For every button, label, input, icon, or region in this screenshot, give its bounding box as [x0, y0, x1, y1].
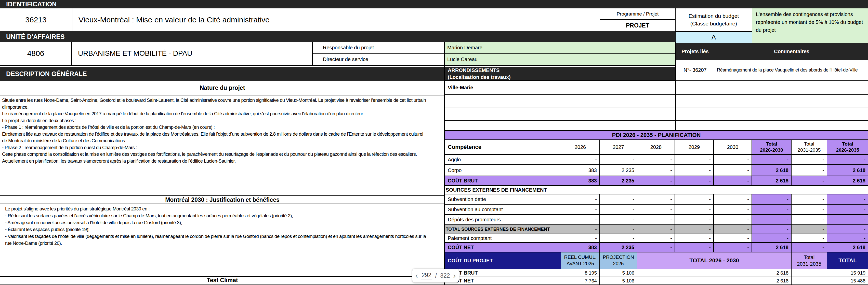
pdi-row-label: Corpo [445, 165, 561, 176]
cout-cell: 15 919 [827, 269, 868, 277]
pdi-cell: - [713, 243, 751, 252]
responsable-value: Marion Demare [445, 42, 675, 54]
pdi-row-label: COÛT NET [445, 243, 561, 252]
identification-section-label: IDENTIFICATION [6, 1, 57, 8]
pdi-cell: 2 618 [827, 243, 868, 252]
montreal-2030-line: - Aménageant un nouvel accès universel à… [5, 219, 444, 226]
montreal-2030-line: rue Notre-Dame (priorité 20). [5, 240, 444, 247]
montreal-2030-line: - Valorisant les façades de l'hôtel de v… [5, 233, 444, 240]
programme-projet-value: PROJET [600, 20, 675, 31]
pdi-cell: 383 [561, 243, 599, 252]
pdi-cell: - [827, 155, 868, 165]
pdi-cell: - [637, 165, 675, 176]
nature-du-projet-title: Nature du projet [0, 81, 445, 96]
pdi-row-label: TOTAL SOURCES EXTERNES DE FINANCEMENT [445, 225, 561, 234]
nature-line: Étroitement liée aux travaux de restaura… [2, 131, 444, 138]
pdi-cell: 2 235 [599, 165, 637, 176]
pdi-col-2026: 2026 [561, 140, 599, 155]
nature-line: - Phase 1 : réaménagement des abords de … [2, 124, 444, 131]
cout-header-label: COÛT DU PROJET [445, 252, 561, 269]
projets-lies-header: Projets liés [675, 43, 715, 60]
pdi-cell: - [751, 225, 791, 234]
directeur-label: Directeur de service [312, 54, 445, 66]
identification-section-bar: IDENTIFICATION [0, 0, 868, 8]
cout-row-label: COÛT BRUT [445, 269, 561, 277]
pdi-cell: - [751, 205, 791, 215]
montreal-2030-line: Le projet s'aligne avec les priorités du… [5, 205, 444, 212]
pdi-cell: - [675, 225, 713, 234]
commentaires-header: Commentaires [715, 43, 868, 60]
projet-lie-commentaire-cell: Réaménagement de la place Vauquelin et d… [715, 60, 868, 81]
nature-line: Cette phase comprend la consolidation et… [2, 151, 444, 158]
cout-cell [791, 269, 827, 277]
pdi-col-competence: Compétence [445, 140, 561, 155]
pdi-cell: - [751, 215, 791, 225]
pdi-cell: - [637, 205, 675, 215]
previous-page-button[interactable]: ‹ [415, 272, 418, 279]
pdi-cell: - [827, 215, 868, 225]
column-divider [675, 42, 676, 131]
nature-line: Située entre les rues Notre-Dame, Saint-… [2, 97, 444, 104]
pdi-cell: - [713, 215, 751, 225]
pdi-cell: - [713, 205, 751, 215]
pdi-cell: - [599, 205, 637, 215]
pdi-row-label: Subvention au comptant [445, 205, 561, 215]
contingency-note: L'ensemble des contingences et provision… [752, 8, 868, 43]
pdi-cell: - [675, 155, 713, 165]
pdi-cell: - [675, 165, 713, 176]
pdi-col-total-2026-2035: Total 2026-2035 [827, 140, 868, 155]
montreal-2030-text-block: Le projet s'aligne avec les priorités du… [5, 205, 444, 249]
pdi-cell: - [675, 194, 713, 205]
pager-page-input[interactable]: 292 [421, 272, 432, 279]
pdi-cell: - [791, 155, 827, 165]
pdi-row-label: Dépôts des promoteurs [445, 215, 561, 225]
unite-affaires-section-bar: UNITÉ D'AFFAIRES [0, 31, 675, 42]
responsable-label: Responsable du projet [312, 42, 445, 54]
pdi-cell: - [561, 215, 599, 225]
pdi-cell: - [675, 205, 713, 215]
pdi-cell: - [751, 155, 791, 165]
projet-lie-numero-cell: N°- 36207 [675, 60, 715, 81]
pdi-cell: - [791, 234, 827, 243]
pdi-cell: - [599, 225, 637, 234]
cout-header-total: TOTAL [827, 252, 868, 269]
description-section-label: DESCRIPTION GÉNÉRALE [6, 70, 87, 78]
pdi-cell: - [637, 176, 675, 186]
pdf-page: IDENTIFICATION 36213 Vieux-Montréal : Mi… [0, 0, 868, 285]
pdi-cell: 2 235 [599, 176, 637, 186]
pdi-cell: - [599, 215, 637, 225]
pdi-cell: - [713, 234, 751, 243]
pdi-cell: - [791, 243, 827, 252]
pdi-cell: - [561, 225, 599, 234]
pdi-table: PDI 2026 - 2035 - PLANIFICATION Compéten… [445, 130, 868, 252]
pdi-col-2030: 2030 [713, 140, 751, 155]
pdi-cell: - [713, 155, 751, 165]
pdi-cell: - [637, 215, 675, 225]
budget-class-value: A [675, 31, 752, 43]
next-page-button[interactable]: › [453, 272, 456, 279]
pdi-col-2028: 2028 [637, 140, 675, 155]
arrondissements-header: ARRONDISSEMENTS (Localisation des travau… [445, 67, 675, 81]
pdi-cell: - [713, 225, 751, 234]
pdi-cell: - [599, 155, 637, 165]
pdi-cell: - [791, 165, 827, 176]
pdi-cell: 2 235 [599, 243, 637, 252]
pdi-row-label: Subvention dette [445, 194, 561, 205]
pdi-row-label: Agglo [445, 155, 561, 165]
montreal-2030-line: - Éclairant les espaces publics (priorit… [5, 226, 444, 233]
pdi-cell: 2 618 [827, 165, 868, 176]
pdi-cell: - [713, 176, 751, 186]
pdi-cell: - [827, 194, 868, 205]
pdi-cell: - [675, 234, 713, 243]
pager-separator: / [435, 272, 437, 279]
pdi-table-title: PDI 2026 - 2035 - PLANIFICATION [445, 131, 868, 140]
pdi-col-2029: 2029 [675, 140, 713, 155]
pdi-row-label: COÛT BRUT [445, 176, 561, 186]
cout-cell: 2 618 [637, 277, 791, 285]
nature-line: de Montréal du ministère de la Culture e… [2, 137, 444, 144]
unit-name-cell: URBANISME ET MOBILITÉ - DPAU [72, 42, 312, 66]
page-navigation[interactable]: ‹ 292 / 322 › [412, 269, 459, 282]
pdi-cell: - [791, 176, 827, 186]
nature-line: Actuellement en planification, les trava… [2, 158, 444, 165]
nature-line: Le projet se déroule en deux phases : [2, 117, 444, 124]
